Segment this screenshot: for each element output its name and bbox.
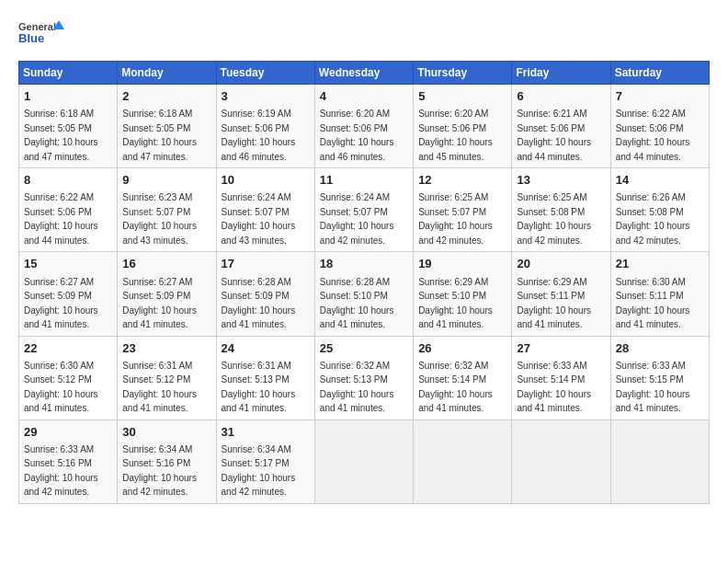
day-info: Sunrise: 6:27 AMSunset: 5:09 PMDaylight:… — [122, 277, 197, 330]
day-number: 8 — [24, 172, 112, 189]
calendar-cell: 1 Sunrise: 6:18 AMSunset: 5:05 PMDayligh… — [19, 85, 118, 168]
day-number: 11 — [320, 172, 408, 189]
day-info: Sunrise: 6:34 AMSunset: 5:16 PMDaylight:… — [122, 444, 197, 498]
calendar-cell: 18 Sunrise: 6:28 AMSunset: 5:10 PMDaylig… — [314, 252, 413, 336]
day-info: Sunrise: 6:20 AMSunset: 5:06 PMDaylight:… — [418, 109, 493, 162]
day-number: 21 — [616, 256, 704, 272]
day-info: Sunrise: 6:32 AMSunset: 5:13 PMDaylight:… — [320, 361, 394, 414]
day-info: Sunrise: 6:22 AMSunset: 5:06 PMDaylight:… — [24, 192, 98, 246]
day-info: Sunrise: 6:18 AMSunset: 5:05 PMDaylight:… — [24, 109, 98, 162]
calendar-cell: 4 Sunrise: 6:20 AMSunset: 5:06 PMDayligh… — [314, 85, 413, 168]
calendar-cell: 30 Sunrise: 6:34 AMSunset: 5:16 PMDaylig… — [118, 419, 216, 503]
day-number: 28 — [616, 340, 704, 357]
day-info: Sunrise: 6:33 AMSunset: 5:14 PMDaylight:… — [517, 361, 591, 414]
calendar-cell: 25 Sunrise: 6:32 AMSunset: 5:13 PMDaylig… — [314, 336, 413, 419]
day-info: Sunrise: 6:23 AMSunset: 5:07 PMDaylight:… — [122, 192, 197, 246]
day-number: 27 — [517, 340, 605, 357]
day-number: 2 — [122, 88, 210, 105]
day-number: 4 — [320, 88, 408, 105]
calendar-cell: 20 Sunrise: 6:29 AMSunset: 5:11 PMDaylig… — [512, 252, 610, 336]
col-header-thursday: Thursday — [414, 62, 512, 85]
day-number: 23 — [122, 340, 210, 357]
day-number: 31 — [222, 424, 310, 441]
day-number: 5 — [418, 88, 506, 105]
day-number: 25 — [320, 340, 408, 357]
day-number: 17 — [222, 256, 310, 272]
calendar-cell — [610, 419, 709, 503]
calendar-cell: 24 Sunrise: 6:31 AMSunset: 5:13 PMDaylig… — [216, 336, 314, 419]
day-number: 14 — [616, 172, 704, 189]
day-info: Sunrise: 6:32 AMSunset: 5:14 PMDaylight:… — [418, 361, 493, 414]
week-row-4: 22 Sunrise: 6:30 AMSunset: 5:12 PMDaylig… — [19, 336, 710, 419]
day-info: Sunrise: 6:22 AMSunset: 5:06 PMDaylight:… — [616, 109, 690, 162]
day-number: 13 — [517, 172, 605, 189]
day-info: Sunrise: 6:20 AMSunset: 5:06 PMDaylight:… — [320, 109, 394, 162]
col-header-tuesday: Tuesday — [216, 62, 314, 85]
day-info: Sunrise: 6:28 AMSunset: 5:09 PMDaylight:… — [222, 277, 296, 330]
calendar-cell: 3 Sunrise: 6:19 AMSunset: 5:06 PMDayligh… — [216, 85, 314, 168]
calendar-cell: 22 Sunrise: 6:30 AMSunset: 5:12 PMDaylig… — [19, 336, 118, 419]
day-info: Sunrise: 6:31 AMSunset: 5:12 PMDaylight:… — [122, 361, 197, 414]
week-row-2: 8 Sunrise: 6:22 AMSunset: 5:06 PMDayligh… — [19, 168, 710, 252]
day-info: Sunrise: 6:24 AMSunset: 5:07 PMDaylight:… — [222, 192, 296, 246]
calendar-cell — [512, 419, 610, 503]
calendar-cell: 31 Sunrise: 6:34 AMSunset: 5:17 PMDaylig… — [216, 419, 314, 503]
calendar-cell: 5 Sunrise: 6:20 AMSunset: 5:06 PMDayligh… — [414, 85, 512, 168]
calendar-cell: 16 Sunrise: 6:27 AMSunset: 5:09 PMDaylig… — [118, 252, 216, 336]
header-row: SundayMondayTuesdayWednesdayThursdayFrid… — [19, 62, 710, 85]
day-info: Sunrise: 6:33 AMSunset: 5:16 PMDaylight:… — [24, 444, 98, 498]
calendar: SundayMondayTuesdayWednesdayThursdayFrid… — [18, 61, 710, 504]
week-row-1: 1 Sunrise: 6:18 AMSunset: 5:05 PMDayligh… — [19, 85, 710, 168]
day-number: 29 — [24, 424, 112, 441]
day-info: Sunrise: 6:30 AMSunset: 5:11 PMDaylight:… — [616, 277, 690, 330]
day-number: 1 — [24, 88, 112, 105]
calendar-cell: 17 Sunrise: 6:28 AMSunset: 5:09 PMDaylig… — [216, 252, 314, 336]
calendar-cell: 2 Sunrise: 6:18 AMSunset: 5:05 PMDayligh… — [118, 85, 216, 168]
day-number: 9 — [122, 172, 210, 189]
day-info: Sunrise: 6:27 AMSunset: 5:09 PMDaylight:… — [24, 277, 98, 330]
day-info: Sunrise: 6:33 AMSunset: 5:15 PMDaylight:… — [616, 361, 690, 414]
logo-svg: General Blue — [18, 17, 64, 52]
day-info: Sunrise: 6:31 AMSunset: 5:13 PMDaylight:… — [222, 361, 296, 414]
calendar-cell — [414, 419, 512, 503]
calendar-cell: 6 Sunrise: 6:21 AMSunset: 5:06 PMDayligh… — [512, 85, 610, 168]
day-number: 10 — [222, 172, 310, 189]
day-number: 30 — [122, 424, 210, 441]
day-info: Sunrise: 6:34 AMSunset: 5:17 PMDaylight:… — [222, 444, 296, 498]
col-header-sunday: Sunday — [19, 62, 118, 85]
day-info: Sunrise: 6:29 AMSunset: 5:11 PMDaylight:… — [517, 277, 591, 330]
day-info: Sunrise: 6:25 AMSunset: 5:07 PMDaylight:… — [418, 192, 493, 246]
col-header-saturday: Saturday — [610, 62, 709, 85]
week-row-5: 29 Sunrise: 6:33 AMSunset: 5:16 PMDaylig… — [19, 419, 710, 503]
calendar-cell: 21 Sunrise: 6:30 AMSunset: 5:11 PMDaylig… — [610, 252, 709, 336]
col-header-monday: Monday — [118, 62, 216, 85]
day-info: Sunrise: 6:28 AMSunset: 5:10 PMDaylight:… — [320, 277, 394, 330]
calendar-cell: 26 Sunrise: 6:32 AMSunset: 5:14 PMDaylig… — [414, 336, 512, 419]
day-info: Sunrise: 6:24 AMSunset: 5:07 PMDaylight:… — [320, 192, 394, 246]
calendar-cell: 19 Sunrise: 6:29 AMSunset: 5:10 PMDaylig… — [414, 252, 512, 336]
day-info: Sunrise: 6:25 AMSunset: 5:08 PMDaylight:… — [517, 192, 591, 246]
calendar-cell: 27 Sunrise: 6:33 AMSunset: 5:14 PMDaylig… — [512, 336, 610, 419]
calendar-cell: 11 Sunrise: 6:24 AMSunset: 5:07 PMDaylig… — [314, 168, 413, 252]
day-number: 15 — [24, 256, 112, 272]
day-number: 16 — [122, 256, 210, 272]
day-number: 3 — [222, 88, 310, 105]
svg-text:Blue: Blue — [18, 31, 44, 45]
page: General Blue SundayMondayTuesdayWednesda… — [0, 0, 728, 513]
day-info: Sunrise: 6:30 AMSunset: 5:12 PMDaylight:… — [24, 361, 98, 414]
calendar-cell: 29 Sunrise: 6:33 AMSunset: 5:16 PMDaylig… — [19, 419, 118, 503]
day-number: 26 — [418, 340, 506, 357]
day-info: Sunrise: 6:19 AMSunset: 5:06 PMDaylight:… — [222, 109, 296, 162]
calendar-cell: 23 Sunrise: 6:31 AMSunset: 5:12 PMDaylig… — [118, 336, 216, 419]
header: General Blue — [18, 17, 710, 52]
calendar-cell: 12 Sunrise: 6:25 AMSunset: 5:07 PMDaylig… — [414, 168, 512, 252]
col-header-wednesday: Wednesday — [314, 62, 413, 85]
calendar-cell: 8 Sunrise: 6:22 AMSunset: 5:06 PMDayligh… — [19, 168, 118, 252]
calendar-cell: 28 Sunrise: 6:33 AMSunset: 5:15 PMDaylig… — [610, 336, 709, 419]
day-info: Sunrise: 6:21 AMSunset: 5:06 PMDaylight:… — [517, 109, 591, 162]
day-number: 24 — [222, 340, 310, 357]
calendar-cell: 7 Sunrise: 6:22 AMSunset: 5:06 PMDayligh… — [610, 85, 709, 168]
day-number: 6 — [517, 88, 605, 105]
day-info: Sunrise: 6:26 AMSunset: 5:08 PMDaylight:… — [616, 192, 690, 246]
day-info: Sunrise: 6:18 AMSunset: 5:05 PMDaylight:… — [122, 109, 197, 162]
